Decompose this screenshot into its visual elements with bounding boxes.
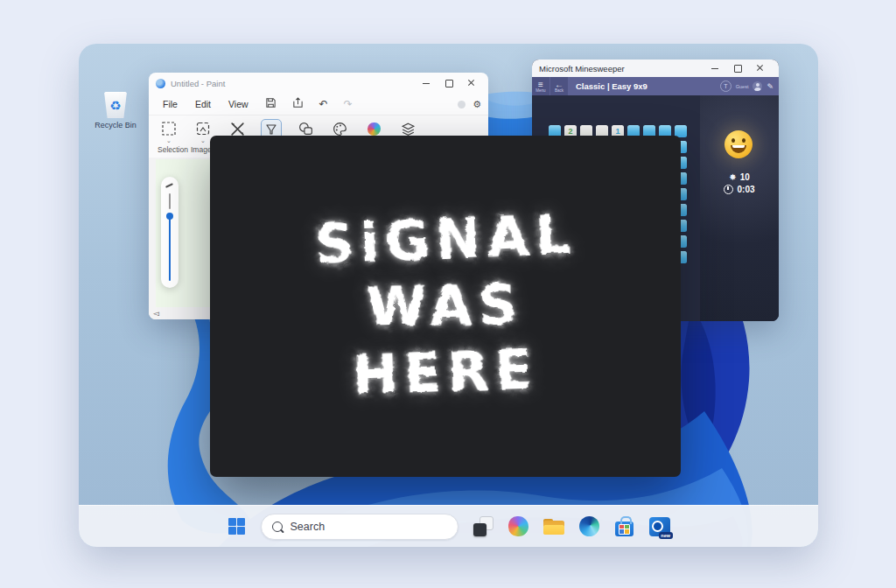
back-button-label: Back bbox=[555, 88, 564, 93]
task-view-icon bbox=[473, 516, 494, 536]
maximize-button[interactable] bbox=[726, 61, 749, 75]
search-icon bbox=[272, 522, 283, 532]
account-icon[interactable] bbox=[458, 101, 466, 108]
smiley-face-icon[interactable] bbox=[724, 130, 752, 158]
recycle-bin-label: Recycle Bin bbox=[91, 121, 140, 130]
minesweeper-toolbar: ≡ Menu ← Back Classic | Easy 9x9 T Guest… bbox=[532, 77, 779, 95]
windows-logo-icon bbox=[228, 517, 246, 536]
image-group-label: Image bbox=[191, 145, 212, 154]
menu-edit[interactable]: Edit bbox=[188, 97, 218, 111]
redo-icon[interactable]: ↷ bbox=[338, 98, 359, 110]
save-icon[interactable] bbox=[259, 97, 283, 111]
outlook-icon: new bbox=[649, 517, 670, 536]
mine-icon: ✸ bbox=[729, 172, 736, 182]
mine-count-value: 10 bbox=[740, 172, 750, 182]
close-button[interactable] bbox=[749, 61, 772, 75]
copilot-button[interactable] bbox=[508, 516, 528, 536]
minimize-button[interactable] bbox=[415, 76, 438, 90]
image-icon bbox=[193, 119, 213, 138]
cursor-arrow-icon: ◅ bbox=[153, 309, 160, 318]
person-icon[interactable] bbox=[752, 81, 762, 91]
store-icon bbox=[614, 516, 634, 536]
brush-size-slider[interactable] bbox=[169, 193, 171, 281]
share-icon[interactable] bbox=[286, 97, 310, 111]
copilot-icon bbox=[508, 516, 528, 536]
letter-badge-icon[interactable]: T bbox=[720, 80, 732, 92]
graffiti-text-line: WAS bbox=[367, 277, 524, 334]
close-button[interactable] bbox=[460, 76, 483, 90]
recycle-bin[interactable]: ♻ Recycle Bin bbox=[91, 92, 140, 130]
outlook-button[interactable]: new bbox=[649, 517, 670, 536]
account-label: Guest bbox=[736, 84, 749, 89]
recycle-icon: ♻ bbox=[109, 99, 121, 112]
clock-icon bbox=[724, 185, 733, 194]
desktop: ♻ Recycle Bin Untitled - Paint File Edit… bbox=[79, 44, 818, 547]
selection-group-label: Selection bbox=[158, 145, 188, 154]
maximize-button[interactable] bbox=[438, 76, 460, 90]
task-view-button[interactable] bbox=[473, 516, 494, 536]
selection-tool[interactable]: ⌄ bbox=[158, 119, 180, 143]
graffiti-text-line: HERE bbox=[352, 342, 539, 402]
menu-button-label: Menu bbox=[536, 88, 545, 93]
mine-counter: ✸ 10 bbox=[729, 172, 750, 182]
chevron-down-icon[interactable]: ⌄ bbox=[166, 139, 172, 143]
paint-window-title: Untitled - Paint bbox=[171, 79, 225, 88]
edge-icon bbox=[579, 516, 599, 536]
slider-thumb[interactable] bbox=[166, 213, 173, 220]
paint-app-icon bbox=[156, 79, 165, 88]
edge-button[interactable] bbox=[579, 516, 599, 536]
outlook-new-badge: new bbox=[659, 532, 673, 539]
brush-size-panel bbox=[161, 177, 178, 288]
recycle-bin-icon: ♻ bbox=[104, 92, 127, 118]
file-explorer-button[interactable] bbox=[543, 519, 564, 535]
menu-file[interactable]: File bbox=[156, 97, 185, 111]
minesweeper-side-panel: ✸ 10 0:03 bbox=[700, 95, 779, 321]
hamburger-menu-button[interactable]: ≡ Menu bbox=[532, 77, 550, 95]
minesweeper-titlebar: Microsoft Minesweeper bbox=[532, 60, 779, 77]
taskbar: Search new bbox=[79, 505, 818, 547]
minimize-button[interactable] bbox=[704, 61, 726, 75]
back-button[interactable]: ← Back bbox=[550, 77, 568, 95]
paint-menubar: File Edit View ↶ ↷ ⚙ bbox=[149, 94, 488, 115]
settings-gear-icon[interactable]: ⚙ bbox=[472, 99, 481, 110]
search-placeholder: Search bbox=[290, 521, 326, 533]
minesweeper-window-title: Microsoft Minesweeper bbox=[539, 64, 625, 74]
pencil-icon[interactable]: ✎ bbox=[766, 82, 774, 91]
graffiti-overlay: SiGNAL WAS HERE bbox=[210, 136, 681, 477]
chevron-down-icon[interactable]: ⌄ bbox=[200, 139, 206, 143]
timer: 0:03 bbox=[724, 185, 754, 194]
microsoft-store-button[interactable] bbox=[614, 516, 634, 536]
game-mode-label: Classic | Easy 9x9 bbox=[576, 81, 648, 91]
hamburger-icon: ≡ bbox=[538, 80, 543, 88]
menu-view[interactable]: View bbox=[221, 97, 256, 111]
undo-icon[interactable]: ↶ bbox=[313, 98, 334, 110]
folder-icon bbox=[543, 519, 564, 535]
timer-value: 0:03 bbox=[737, 185, 754, 194]
back-arrow-icon: ← bbox=[555, 80, 564, 88]
selection-icon bbox=[159, 119, 178, 138]
search-input[interactable]: Search bbox=[261, 514, 458, 540]
start-button[interactable] bbox=[228, 517, 246, 536]
graffiti-text-line: SiGNAL bbox=[314, 207, 578, 273]
marker-icon bbox=[165, 183, 174, 188]
paint-titlebar: Untitled - Paint bbox=[149, 73, 488, 94]
